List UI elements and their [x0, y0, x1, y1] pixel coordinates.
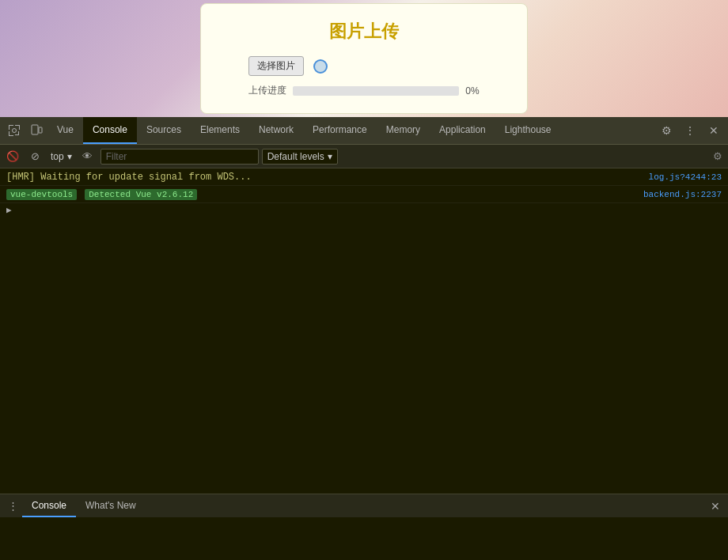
svg-rect-1 — [32, 125, 38, 134]
tab-network[interactable]: Network — [249, 117, 303, 144]
bottom-close-button[interactable]: ✕ — [706, 497, 725, 516]
vue-message-content: vue-devtools Detected Vue v2.6.12 — [6, 189, 643, 200]
svg-point-0 — [13, 129, 17, 133]
inspect-element-button[interactable] — [3, 119, 25, 142]
progress-value: 0% — [465, 85, 479, 96]
tab-lighthouse[interactable]: Lighthouse — [495, 117, 561, 144]
upload-btn-row: 选择图片 — [248, 56, 479, 76]
hmr-source-link[interactable]: log.js?4244:23 — [649, 172, 722, 182]
tab-elements[interactable]: Elements — [191, 117, 249, 144]
console-settings-button[interactable]: ⚙ — [711, 149, 725, 164]
settings-button[interactable]: ⚙ — [655, 119, 677, 142]
device-toolbar-button[interactable] — [25, 119, 47, 142]
tab-performance[interactable]: Performance — [303, 117, 377, 144]
cursor-indicator — [313, 59, 328, 74]
devtools-panel: Vue Console Sources Elements Network Per… — [0, 117, 728, 517]
tab-vue[interactable]: Vue — [47, 117, 83, 144]
progress-label: 上传进度 — [248, 84, 286, 97]
console-message-vue: vue-devtools Detected Vue v2.6.12 backen… — [0, 186, 728, 203]
hmr-message-text: [HMR] Waiting for update signal from WDS… — [6, 172, 649, 183]
vue-source-link[interactable]: backend.js:2237 — [643, 190, 722, 199]
console-empty-space — [0, 217, 728, 494]
tab-application[interactable]: Application — [430, 117, 495, 144]
context-dropdown-icon: ▾ — [67, 151, 72, 162]
tab-sources[interactable]: Sources — [137, 117, 191, 144]
context-selector[interactable]: top ▾ — [47, 149, 75, 164]
webpage-preview: 图片上传 选择图片 上传进度 0% — [0, 0, 728, 117]
tab-memory[interactable]: Memory — [377, 117, 430, 144]
devtools-bottom-bar: ⋮ Console What's New ✕ — [0, 494, 728, 517]
console-message-hmr: [HMR] Waiting for update signal from WDS… — [0, 168, 728, 186]
console-toolbar: 🚫 ⊘ top ▾ 👁 Default levels ▾ ⚙ — [0, 145, 728, 168]
level-label: Default levels — [267, 151, 324, 162]
console-content: [HMR] Waiting for update signal from WDS… — [0, 168, 728, 494]
svg-rect-2 — [39, 127, 42, 133]
context-label: top — [51, 151, 64, 162]
clear-console-button[interactable]: 🚫 — [3, 147, 22, 166]
devtools-tab-end: ⚙ ⋮ ✕ — [655, 119, 725, 142]
show-live-expression-button[interactable]: 👁 — [78, 147, 97, 166]
pause-on-exception-button[interactable]: ⊘ — [25, 147, 44, 166]
devtools-toolbar: Vue Console Sources Elements Network Per… — [0, 117, 728, 145]
vue-version-badge: Detected Vue v2.6.12 — [85, 189, 197, 200]
bottom-tab-whats-new[interactable]: What's New — [76, 494, 146, 517]
upload-card: 图片上传 选择图片 上传进度 0% — [200, 3, 527, 114]
console-prompt-arrow[interactable]: ▶ — [0, 203, 728, 217]
bottom-menu-button[interactable]: ⋮ — [3, 497, 22, 516]
progress-row: 上传进度 0% — [248, 84, 479, 97]
devtools-tabs: Vue Console Sources Elements Network Per… — [47, 117, 655, 144]
select-image-button[interactable]: 选择图片 — [248, 56, 304, 76]
progress-bar-container — [293, 86, 459, 96]
level-chevron-icon: ▾ — [328, 151, 332, 162]
vue-devtools-badge: vue-devtools — [6, 189, 77, 200]
more-options-button[interactable]: ⋮ — [679, 119, 701, 142]
tab-console[interactable]: Console — [83, 117, 137, 144]
filter-input[interactable] — [100, 149, 259, 165]
log-level-selector[interactable]: Default levels ▾ — [262, 149, 338, 165]
bottom-tab-console[interactable]: Console — [22, 494, 76, 517]
upload-title: 图片上传 — [248, 20, 479, 44]
close-devtools-button[interactable]: ✕ — [703, 119, 725, 142]
